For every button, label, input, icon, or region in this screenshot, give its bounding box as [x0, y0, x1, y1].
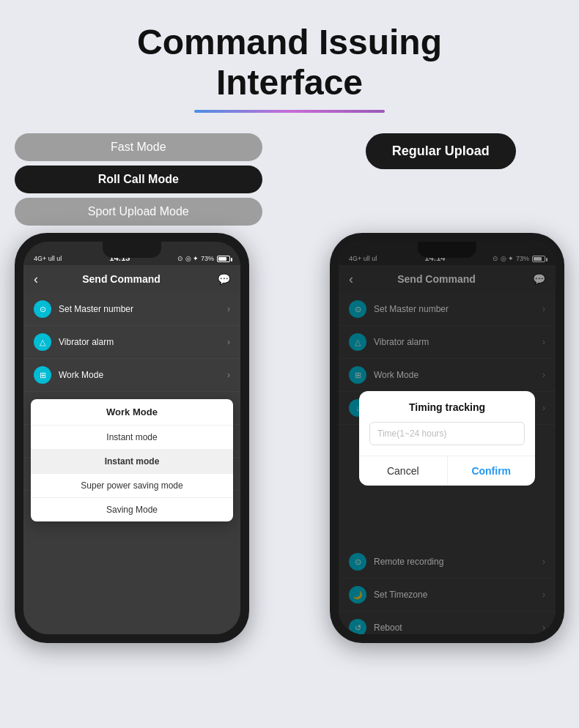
phone2-cancel-button[interactable]: Cancel — [359, 456, 448, 486]
phone1-nav-bar: ‹ Send Command 💬 — [23, 265, 240, 293]
phone2-frame: 4G+ ull ul 14:14 ⊙ ◎ ✦ 73% ‹ Send Comman… — [330, 233, 564, 643]
roll-call-mode-button[interactable]: Roll Call Mode — [15, 166, 262, 193]
phone1-menu-item-2[interactable]: ⊞ Work Mode › — [23, 359, 240, 392]
phone1-dropdown-item-3[interactable]: Saving Mode — [31, 498, 233, 521]
phone2-dialog-overlay: Timing tracking Time(1~24 hours) Cancel … — [339, 242, 556, 634]
phone1-frame: 4G+ ull ul 14:13 ⊙ ◎ ✦ 73% ‹ Send Comman… — [15, 233, 249, 643]
phone2-dialog-input[interactable]: Time(1~24 hours) — [369, 422, 525, 445]
phone2-confirm-button[interactable]: Confirm — [448, 456, 536, 486]
phone1-status-right: ⊙ ◎ ✦ 73% — [177, 255, 230, 262]
phone1-nav-icon: 💬 — [218, 273, 230, 285]
phone2-dialog-title: Timing tracking — [359, 391, 535, 417]
phone1-item-icon-0: ⊙ — [34, 300, 51, 318]
page-title: Command Issuing Interface — [137, 22, 442, 103]
title-underline — [194, 110, 385, 113]
phone2-dialog-box: Timing tracking Time(1~24 hours) Cancel … — [359, 391, 535, 486]
phone1-item-label-0: Set Master number — [59, 304, 227, 314]
phone1-menu-item-1[interactable]: △ Vibrator alarm › — [23, 326, 240, 359]
sport-upload-mode-button[interactable]: Sport Upload Mode — [15, 198, 262, 226]
phone1-screen: 4G+ ull ul 14:13 ⊙ ◎ ✦ 73% ‹ Send Comman… — [23, 242, 240, 634]
phone2-screen: 4G+ ull ul 14:14 ⊙ ◎ ✦ 73% ‹ Send Comman… — [339, 242, 556, 634]
right-mode-group: Regular Upload — [317, 133, 565, 169]
phone1-status-left: 4G+ ull ul — [34, 255, 62, 262]
mode-buttons-row: Fast Mode Roll Call Mode Sport Upload Mo… — [15, 133, 564, 226]
phone1-dropdown-item-1[interactable]: Instant mode — [31, 450, 233, 474]
phone2-dialog-buttons: Cancel Confirm — [359, 456, 535, 486]
phone1-back-button[interactable]: ‹ — [34, 272, 38, 287]
phone1-item-label-2: Work Mode — [59, 370, 227, 380]
phone1-item-icon-2: ⊞ — [34, 366, 51, 384]
phone1-dropdown-item-2[interactable]: Super power saving mode — [31, 474, 233, 498]
phone1-item-arrow-0: › — [227, 304, 230, 314]
phone1-item-icon-1: △ — [34, 333, 51, 351]
phone1-notch — [103, 242, 161, 258]
phone1-dropdown-item-0[interactable]: Instant mode — [31, 426, 233, 450]
phone1-dropdown: Work Mode Instant mode Instant mode Supe… — [31, 399, 233, 521]
phone1-dropdown-title: Work Mode — [31, 399, 233, 426]
regular-upload-button[interactable]: Regular Upload — [366, 133, 516, 169]
phone1-menu-item-0[interactable]: ⊙ Set Master number › — [23, 293, 240, 326]
phone1-item-label-1: Vibrator alarm — [59, 337, 227, 347]
phone1-nav-title: Send Command — [45, 273, 197, 285]
left-mode-group: Fast Mode Roll Call Mode Sport Upload Mo… — [15, 133, 262, 226]
phones-row: 4G+ ull ul 14:13 ⊙ ◎ ✦ 73% ‹ Send Comman… — [15, 233, 564, 643]
fast-mode-button[interactable]: Fast Mode — [15, 133, 262, 161]
phone1-battery-icon — [217, 256, 230, 262]
phone1-item-arrow-1: › — [227, 337, 230, 347]
phone1-item-arrow-2: › — [227, 370, 230, 380]
